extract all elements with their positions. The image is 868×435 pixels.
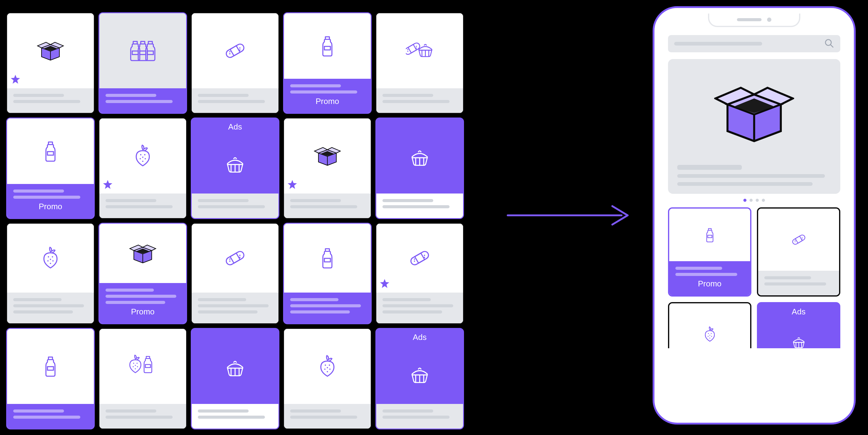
product-card[interactable]	[6, 223, 95, 324]
product-card[interactable]	[283, 223, 372, 324]
bandaid-icon	[192, 13, 278, 88]
search-placeholder	[674, 42, 762, 45]
product-card[interactable]: Promo	[283, 12, 372, 114]
strawberry-bottle-icon	[99, 329, 186, 404]
strawberry-icon	[669, 303, 750, 348]
product-card[interactable]	[6, 328, 95, 430]
product-card[interactable]	[283, 118, 372, 219]
strawberry-icon	[7, 224, 94, 292]
bottle-icon	[284, 13, 371, 79]
product-card[interactable]	[191, 12, 279, 114]
box-icon	[7, 13, 94, 88]
product-card[interactable]: Promo	[6, 118, 95, 219]
promo-label: Promo	[290, 97, 365, 106]
search-bar[interactable]	[668, 35, 840, 52]
product-card[interactable]	[375, 12, 464, 114]
ads-label: Ads	[792, 303, 806, 316]
page-dot[interactable]	[762, 199, 765, 202]
page-dot[interactable]	[749, 199, 753, 202]
page-indicator[interactable]	[668, 199, 840, 202]
product-card[interactable]	[98, 118, 187, 219]
arrow-icon	[505, 197, 634, 234]
pie-icon: Ads	[192, 119, 278, 193]
bottle-icon	[7, 329, 94, 404]
product-card[interactable]	[191, 223, 279, 324]
star-icon	[10, 74, 21, 86]
product-card[interactable]	[98, 12, 187, 114]
product-card[interactable]	[668, 302, 751, 348]
star-icon	[287, 179, 298, 191]
ads-label: Ads	[228, 119, 242, 132]
bottles-icon	[99, 13, 186, 88]
strawberry-icon	[284, 329, 371, 404]
phone-product-grid: Promo Ads	[668, 207, 840, 348]
page-dot[interactable]	[743, 199, 746, 202]
pie-icon: Ads	[376, 329, 463, 404]
product-card[interactable]	[6, 12, 95, 114]
product-card[interactable]	[375, 118, 464, 219]
product-card[interactable]: Ads	[375, 328, 464, 430]
product-card[interactable]	[283, 328, 372, 430]
product-card[interactable]	[191, 328, 279, 430]
bandaid-icon	[758, 209, 839, 271]
product-card[interactable]	[757, 207, 840, 297]
product-card[interactable]: Ads	[757, 302, 840, 348]
promo-label: Promo	[675, 279, 744, 288]
bandaid-pie-icon	[376, 13, 463, 88]
hero-card[interactable]	[668, 59, 840, 194]
search-icon[interactable]	[824, 38, 834, 50]
phone-frame: Promo Ads	[653, 6, 856, 425]
bottle-icon	[284, 224, 371, 292]
product-card[interactable]	[98, 328, 187, 430]
bottle-icon	[669, 209, 750, 261]
product-card[interactable]: Promo	[668, 207, 751, 297]
strawberry-icon	[99, 119, 186, 193]
product-card[interactable]	[375, 223, 464, 324]
box-icon	[99, 224, 186, 283]
bandaid-icon	[376, 224, 463, 292]
star-icon	[102, 179, 113, 191]
pie-icon	[376, 119, 463, 193]
product-card[interactable]: Promo	[98, 223, 187, 324]
bottle-icon	[7, 119, 94, 184]
pie-icon: Ads	[758, 303, 839, 348]
promo-label: Promo	[105, 307, 180, 316]
star-icon	[379, 278, 390, 290]
page-dot[interactable]	[756, 199, 759, 202]
bandaid-icon	[192, 224, 278, 292]
diagram-stage: Promo Promo Ads Promo	[0, 0, 868, 435]
product-card[interactable]: Ads	[191, 118, 279, 219]
ads-label: Ads	[413, 329, 427, 342]
catalog-grid: Promo Promo Ads Promo	[6, 12, 462, 430]
box-icon	[677, 68, 831, 161]
promo-label: Promo	[13, 202, 88, 211]
box-icon	[284, 119, 371, 193]
pie-icon	[192, 329, 278, 404]
